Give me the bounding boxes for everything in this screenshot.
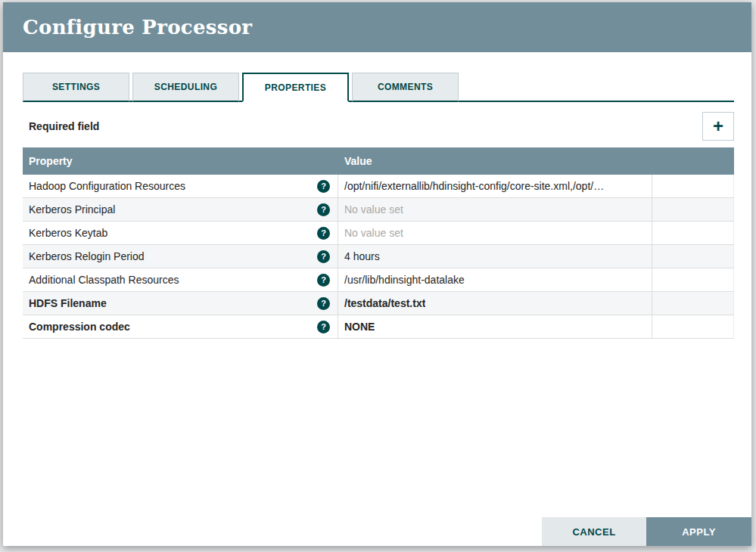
table-row[interactable]: Hadoop Configuration Resources ? /opt/ni… — [23, 175, 734, 198]
property-extra-cell — [652, 198, 734, 221]
property-value-cell[interactable]: No value set — [338, 222, 652, 244]
tab-bar: SETTINGSSCHEDULINGPROPERTIESCOMMENTS — [23, 73, 734, 102]
property-value: /testdata/test.txt — [344, 297, 425, 309]
property-name-cell: Additional Classpath Resources ? — [23, 268, 338, 291]
table-row[interactable]: Kerberos Keytab ? No value set — [23, 222, 734, 245]
table-row[interactable]: Kerberos Principal ? No value set — [23, 198, 734, 222]
dialog-footer: CANCEL APPLY — [542, 517, 751, 546]
property-name: Hadoop Configuration Resources — [29, 180, 317, 192]
tab-scheduling[interactable]: SCHEDULING — [132, 73, 239, 102]
apply-button[interactable]: APPLY — [646, 517, 751, 546]
property-name-cell: Kerberos Relogin Period ? — [23, 245, 338, 268]
property-value-cell[interactable]: /testdata/test.txt — [338, 292, 652, 315]
property-name-cell: HDFS Filename ? — [23, 292, 338, 315]
question-circle-icon: ? — [317, 274, 330, 287]
properties-table: Property Value Hadoop Configuration Reso… — [23, 147, 734, 339]
plus-icon: + — [713, 117, 723, 135]
question-circle-icon: ? — [317, 250, 330, 263]
dialog-title: Configure Processor — [23, 16, 252, 39]
table-row[interactable]: HDFS Filename ? /testdata/test.txt — [23, 292, 734, 315]
property-value-cell[interactable]: /usr/lib/hdinsight-datalake — [338, 268, 652, 291]
property-extra-cell — [652, 245, 734, 268]
property-value-cell[interactable]: 4 hours — [338, 245, 652, 268]
configure-processor-dialog: Configure Processor SETTINGSSCHEDULINGPR… — [3, 2, 751, 546]
question-circle-icon: ? — [317, 180, 330, 193]
dialog-body: SETTINGSSCHEDULINGPROPERTIESCOMMENTS Req… — [3, 52, 751, 339]
table-row[interactable]: Compression codec ? NONE — [23, 315, 734, 339]
table-header-row: Property Value — [23, 147, 734, 175]
question-circle-icon: ? — [317, 321, 330, 333]
column-header-value: Value — [338, 155, 652, 167]
property-value-cell[interactable]: /opt/nifi/externallib/hdinsight-config/c… — [338, 175, 652, 197]
question-circle-icon: ? — [317, 297, 330, 310]
property-value: No value set — [344, 227, 403, 239]
property-value: /usr/lib/hdinsight-datalake — [344, 274, 465, 286]
table-body: Hadoop Configuration Resources ? /opt/ni… — [23, 175, 734, 339]
property-value-cell[interactable]: No value set — [338, 198, 652, 221]
property-name-cell: Kerberos Keytab ? — [23, 222, 338, 244]
property-value: /opt/nifi/externallib/hdinsight-config/c… — [344, 180, 604, 192]
property-extra-cell — [652, 315, 734, 338]
question-circle-icon: ? — [317, 203, 330, 216]
property-extra-cell — [652, 175, 734, 197]
property-value: 4 hours — [344, 250, 380, 262]
property-name-cell: Kerberos Principal ? — [23, 198, 338, 221]
property-value-cell[interactable]: NONE — [338, 315, 652, 338]
property-name: Additional Classpath Resources — [29, 274, 317, 286]
property-name-cell: Hadoop Configuration Resources ? — [23, 175, 338, 197]
column-header-property: Property — [23, 155, 338, 167]
tab-properties[interactable]: PROPERTIES — [242, 73, 349, 102]
property-value: NONE — [344, 321, 375, 333]
property-name: Kerberos Principal — [29, 203, 317, 216]
property-name: Kerberos Keytab — [29, 227, 317, 239]
table-row[interactable]: Kerberos Relogin Period ? 4 hours — [23, 245, 734, 268]
property-extra-cell — [652, 268, 734, 291]
cancel-button[interactable]: CANCEL — [542, 517, 646, 546]
property-name: Compression codec — [29, 321, 317, 333]
dialog-header: Configure Processor — [3, 2, 751, 52]
property-value: No value set — [344, 203, 403, 216]
table-row[interactable]: Additional Classpath Resources ? /usr/li… — [23, 268, 734, 292]
property-name: HDFS Filename — [29, 297, 317, 309]
tab-settings[interactable]: SETTINGS — [23, 73, 129, 102]
property-extra-cell — [652, 222, 734, 244]
property-name-cell: Compression codec ? — [23, 315, 338, 338]
property-extra-cell — [652, 292, 734, 315]
question-circle-icon: ? — [317, 227, 330, 240]
required-field-label: Required field — [23, 120, 99, 132]
property-name: Kerberos Relogin Period — [29, 250, 317, 262]
add-property-button[interactable]: + — [702, 112, 734, 141]
tab-comments[interactable]: COMMENTS — [352, 73, 459, 102]
properties-toolbar: Required field + — [23, 112, 734, 141]
